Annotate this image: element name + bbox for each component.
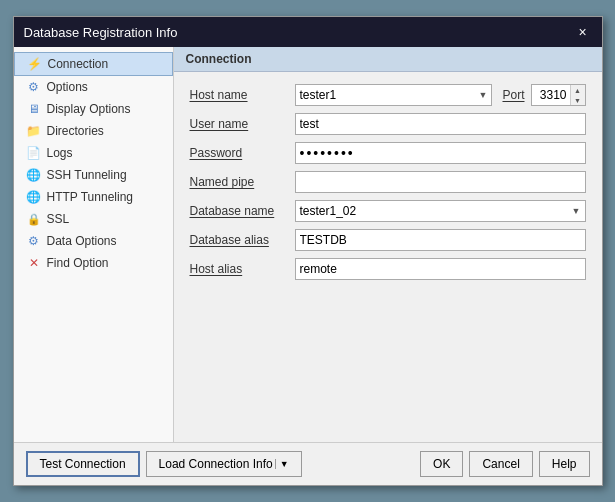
sidebar: ⚡ Connection ⚙ Options 🖥 Display Options… <box>14 47 174 442</box>
host-name-value: tester1 <box>300 88 337 102</box>
sidebar-item-label: HTTP Tunneling <box>47 190 134 204</box>
sidebar-item-label: Directories <box>47 124 104 138</box>
sidebar-item-options[interactable]: ⚙ Options <box>14 76 173 98</box>
content-area: ⚡ Connection ⚙ Options 🖥 Display Options… <box>14 47 602 442</box>
database-alias-label: Database alias <box>190 233 295 247</box>
password-input[interactable] <box>295 142 586 164</box>
sidebar-item-label: Display Options <box>47 102 131 116</box>
dialog-title: Database Registration Info <box>24 25 178 40</box>
sidebar-item-connection[interactable]: ⚡ Connection <box>14 52 173 76</box>
sidebar-item-directories[interactable]: 📁 Directories <box>14 120 173 142</box>
host-name-row: Host name tester1 ▼ Port 3310 ▲ ▼ <box>190 84 586 106</box>
sidebar-item-ssh-tunneling[interactable]: 🌐 SSH Tunneling <box>14 164 173 186</box>
named-pipe-label: Named pipe <box>190 175 295 189</box>
port-spinner: 3310 ▲ ▼ <box>531 84 586 106</box>
host-alias-input[interactable]: remote <box>295 258 586 280</box>
sidebar-item-label: SSH Tunneling <box>47 168 127 182</box>
host-name-controls: tester1 ▼ Port 3310 ▲ ▼ <box>295 84 586 106</box>
port-input[interactable]: 3310 <box>532 88 570 102</box>
http-icon: 🌐 <box>26 189 42 205</box>
password-row: Password <box>190 142 586 164</box>
ssh-icon: 🌐 <box>26 167 42 183</box>
dir-icon: 📁 <box>26 123 42 139</box>
named-pipe-row: Named pipe <box>190 171 586 193</box>
load-connection-label: Load Connection Info <box>159 457 273 471</box>
host-name-dropdown-arrow: ▼ <box>479 90 488 100</box>
footer: Test Connection Load Connection Info ▼ O… <box>14 442 602 485</box>
close-button[interactable]: × <box>574 23 592 41</box>
host-alias-label: Host alias <box>190 262 295 276</box>
sidebar-item-display-options[interactable]: 🖥 Display Options <box>14 98 173 120</box>
host-alias-row: Host alias remote <box>190 258 586 280</box>
data-icon: ⚙ <box>26 233 42 249</box>
database-name-value: tester1_02 <box>300 204 357 218</box>
user-name-input[interactable]: test <box>295 113 586 135</box>
sidebar-item-label: Connection <box>48 57 109 71</box>
sidebar-item-data-options[interactable]: ⚙ Data Options <box>14 230 173 252</box>
database-name-row: Database name tester1_02 ▼ <box>190 200 586 222</box>
sidebar-item-find-option[interactable]: ✕ Find Option <box>14 252 173 274</box>
ssl-icon: 🔒 <box>26 211 42 227</box>
sidebar-item-http-tunneling[interactable]: 🌐 HTTP Tunneling <box>14 186 173 208</box>
port-down-button[interactable]: ▼ <box>571 95 585 105</box>
display-icon: 🖥 <box>26 101 42 117</box>
user-name-row: User name test <box>190 113 586 135</box>
password-label: Password <box>190 146 295 160</box>
connection-icon: ⚡ <box>27 56 43 72</box>
database-name-combo[interactable]: tester1_02 ▼ <box>295 200 586 222</box>
host-name-label: Host name <box>190 88 295 102</box>
sidebar-item-label: Logs <box>47 146 73 160</box>
options-icon: ⚙ <box>26 79 42 95</box>
main-panel: Connection Host name tester1 ▼ Port 3310 <box>174 47 602 442</box>
title-bar: Database Registration Info × <box>14 17 602 47</box>
sidebar-item-logs[interactable]: 📄 Logs <box>14 142 173 164</box>
port-up-button[interactable]: ▲ <box>571 85 585 95</box>
port-label: Port <box>502 88 524 102</box>
database-name-label: Database name <box>190 204 295 218</box>
find-icon: ✕ <box>26 255 42 271</box>
load-dropdown-arrow[interactable]: ▼ <box>275 459 289 469</box>
port-arrows: ▲ ▼ <box>570 85 585 105</box>
sidebar-item-label: Data Options <box>47 234 117 248</box>
panel-header: Connection <box>174 47 602 72</box>
cancel-button[interactable]: Cancel <box>469 451 532 477</box>
sidebar-item-label: Options <box>47 80 88 94</box>
database-alias-row: Database alias TESTDB <box>190 229 586 251</box>
sidebar-item-label: Find Option <box>47 256 109 270</box>
test-connection-button[interactable]: Test Connection <box>26 451 140 477</box>
ok-button[interactable]: OK <box>420 451 463 477</box>
help-button[interactable]: Help <box>539 451 590 477</box>
load-connection-button[interactable]: Load Connection Info ▼ <box>146 451 302 477</box>
dialog-database-registration: Database Registration Info × ⚡ Connectio… <box>13 16 603 486</box>
logs-icon: 📄 <box>26 145 42 161</box>
form-area: Host name tester1 ▼ Port 3310 ▲ ▼ <box>174 72 602 442</box>
host-name-combo[interactable]: tester1 ▼ <box>295 84 493 106</box>
database-name-dropdown-arrow: ▼ <box>572 206 581 216</box>
sidebar-item-ssl[interactable]: 🔒 SSL <box>14 208 173 230</box>
user-name-label: User name <box>190 117 295 131</box>
database-alias-input[interactable]: TESTDB <box>295 229 586 251</box>
sidebar-item-label: SSL <box>47 212 70 226</box>
named-pipe-input[interactable] <box>295 171 586 193</box>
